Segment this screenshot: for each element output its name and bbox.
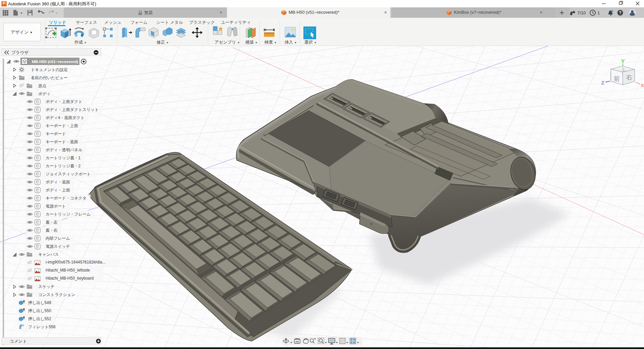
svg-text:?: ? — [619, 10, 621, 15]
svg-text:1: 1 — [597, 10, 600, 15]
svg-text:Y: Y — [621, 58, 625, 65]
svg-text:F: F — [3, 1, 5, 5]
svg-text:前: 前 — [614, 75, 620, 82]
svg-text:7/10: 7/10 — [577, 10, 586, 15]
svg-text:上: 上 — [621, 67, 626, 72]
svg-text:右: 右 — [626, 74, 632, 81]
svg-text:Z: Z — [601, 80, 604, 85]
svg-text:X: X — [641, 82, 644, 88]
